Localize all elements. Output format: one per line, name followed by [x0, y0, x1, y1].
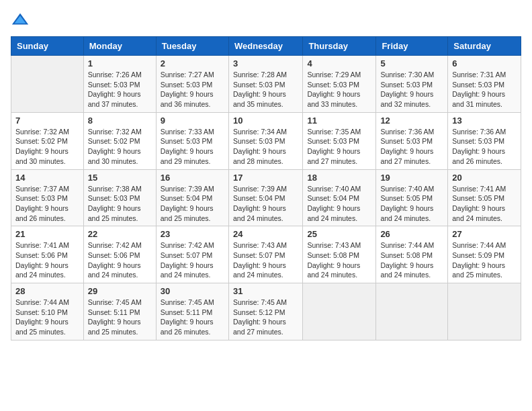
day-cell: 14Sunrise: 7:37 AMSunset: 5:03 PMDayligh… [11, 169, 84, 226]
cell-content: Sunrise: 7:38 AMSunset: 5:03 PMDaylight:… [88, 184, 152, 224]
week-row-4: 21Sunrise: 7:41 AMSunset: 5:06 PMDayligh… [11, 226, 521, 283]
daylight-text: Daylight: 9 hours and 24 minutes. [380, 204, 433, 222]
sunset-text: Sunset: 5:02 PM [15, 137, 68, 145]
cell-content: Sunrise: 7:44 AMSunset: 5:10 PMDaylight:… [15, 298, 79, 337]
cell-content: Sunrise: 7:45 AMSunset: 5:11 PMDaylight:… [88, 298, 152, 337]
sunrise-text: Sunrise: 7:43 AM [233, 241, 287, 249]
day-cell: 6Sunrise: 7:31 AMSunset: 5:03 PMDaylight… [448, 56, 521, 113]
sunrise-text: Sunrise: 7:27 AM [161, 71, 214, 79]
day-number: 21 [15, 229, 79, 239]
day-number: 20 [452, 173, 517, 183]
cell-content: Sunrise: 7:35 AMSunset: 5:03 PMDaylight:… [307, 127, 371, 167]
day-cell: 30Sunrise: 7:45 AMSunset: 5:11 PMDayligh… [156, 283, 228, 340]
cell-content: Sunrise: 7:36 AMSunset: 5:03 PMDaylight:… [380, 127, 443, 167]
weekday-row: SundayMondayTuesdayWednesdayThursdayFrid… [11, 37, 521, 56]
weekday-header-wednesday: Wednesday [228, 37, 302, 56]
sunset-text: Sunset: 5:06 PM [15, 251, 68, 259]
sunrise-text: Sunrise: 7:35 AM [307, 128, 361, 136]
day-number: 2 [161, 58, 224, 68]
sunrise-text: Sunrise: 7:26 AM [88, 71, 142, 79]
daylight-text: Daylight: 9 hours and 24 minutes. [161, 261, 214, 279]
day-number: 28 [15, 286, 79, 296]
sunset-text: Sunset: 5:03 PM [307, 81, 359, 89]
day-cell: 18Sunrise: 7:40 AMSunset: 5:04 PMDayligh… [303, 169, 376, 226]
day-number: 27 [452, 229, 517, 239]
weekday-header-friday: Friday [376, 37, 448, 56]
day-number: 31 [233, 286, 298, 296]
calendar-table: SundayMondayTuesdayWednesdayThursdayFrid… [11, 36, 521, 340]
sunset-text: Sunset: 5:09 PM [452, 251, 504, 259]
daylight-text: Daylight: 9 hours and 30 minutes. [15, 147, 69, 165]
cell-content: Sunrise: 7:26 AMSunset: 5:03 PMDaylight:… [88, 70, 152, 109]
day-cell [303, 283, 376, 340]
day-cell: 22Sunrise: 7:42 AMSunset: 5:06 PMDayligh… [83, 226, 156, 283]
cell-content: Sunrise: 7:39 AMSunset: 5:04 PMDaylight:… [233, 184, 298, 224]
sunset-text: Sunset: 5:05 PM [380, 194, 433, 202]
sunset-text: Sunset: 5:03 PM [161, 81, 213, 89]
sunset-text: Sunset: 5:03 PM [88, 194, 140, 202]
daylight-text: Daylight: 9 hours and 28 minutes. [233, 147, 286, 165]
day-cell: 23Sunrise: 7:42 AMSunset: 5:07 PMDayligh… [156, 226, 228, 283]
day-cell: 15Sunrise: 7:38 AMSunset: 5:03 PMDayligh… [83, 169, 156, 226]
cell-content: Sunrise: 7:29 AMSunset: 5:03 PMDaylight:… [307, 70, 371, 109]
sunset-text: Sunset: 5:03 PM [233, 81, 285, 89]
day-cell: 17Sunrise: 7:39 AMSunset: 5:04 PMDayligh… [228, 169, 302, 226]
daylight-text: Daylight: 9 hours and 25 minutes. [452, 261, 505, 279]
day-number: 17 [233, 173, 298, 183]
day-number: 1 [88, 58, 152, 68]
day-number: 19 [380, 173, 443, 183]
cell-content: Sunrise: 7:41 AMSunset: 5:05 PMDaylight:… [452, 184, 517, 224]
sunset-text: Sunset: 5:03 PM [380, 137, 433, 145]
weekday-header-saturday: Saturday [448, 37, 521, 56]
sunrise-text: Sunrise: 7:44 AM [380, 241, 434, 249]
cell-content: Sunrise: 7:30 AMSunset: 5:03 PMDaylight:… [380, 70, 443, 109]
sunset-text: Sunset: 5:02 PM [88, 137, 140, 145]
day-cell: 26Sunrise: 7:44 AMSunset: 5:08 PMDayligh… [376, 226, 448, 283]
sunrise-text: Sunrise: 7:29 AM [307, 71, 361, 79]
daylight-text: Daylight: 9 hours and 25 minutes. [161, 204, 214, 222]
sunset-text: Sunset: 5:12 PM [233, 308, 285, 316]
day-number: 12 [380, 116, 443, 126]
cell-content: Sunrise: 7:40 AMSunset: 5:05 PMDaylight:… [380, 184, 443, 224]
cell-content: Sunrise: 7:40 AMSunset: 5:04 PMDaylight:… [307, 184, 371, 224]
day-number: 22 [88, 229, 152, 239]
day-number: 26 [380, 229, 443, 239]
sunrise-text: Sunrise: 7:32 AM [15, 128, 69, 136]
day-number: 15 [88, 173, 152, 183]
logo-icon [11, 11, 30, 30]
sunset-text: Sunset: 5:10 PM [15, 308, 68, 316]
cell-content: Sunrise: 7:27 AMSunset: 5:03 PMDaylight:… [161, 70, 224, 109]
day-number: 24 [233, 229, 298, 239]
sunrise-text: Sunrise: 7:34 AM [233, 128, 287, 136]
daylight-text: Daylight: 9 hours and 27 minutes. [380, 147, 433, 165]
daylight-text: Daylight: 9 hours and 26 minutes. [15, 204, 69, 222]
daylight-text: Daylight: 9 hours and 26 minutes. [452, 147, 505, 165]
sunset-text: Sunset: 5:03 PM [380, 81, 433, 89]
week-row-2: 7Sunrise: 7:32 AMSunset: 5:02 PMDaylight… [11, 112, 521, 169]
day-number: 29 [88, 286, 152, 296]
cell-content: Sunrise: 7:44 AMSunset: 5:08 PMDaylight:… [380, 240, 443, 280]
sunrise-text: Sunrise: 7:45 AM [88, 298, 142, 306]
sunrise-text: Sunrise: 7:45 AM [233, 298, 287, 306]
weekday-header-monday: Monday [83, 37, 156, 56]
cell-content: Sunrise: 7:37 AMSunset: 5:03 PMDaylight:… [15, 184, 79, 224]
sunrise-text: Sunrise: 7:38 AM [88, 185, 142, 193]
sunrise-text: Sunrise: 7:42 AM [161, 241, 214, 249]
sunset-text: Sunset: 5:03 PM [15, 194, 68, 202]
day-number: 18 [307, 173, 371, 183]
daylight-text: Daylight: 9 hours and 35 minutes. [233, 90, 286, 108]
day-number: 9 [161, 116, 224, 126]
daylight-text: Daylight: 9 hours and 27 minutes. [307, 147, 360, 165]
sunset-text: Sunset: 5:03 PM [233, 137, 285, 145]
week-row-1: 1Sunrise: 7:26 AMSunset: 5:03 PMDaylight… [11, 56, 521, 113]
weekday-header-tuesday: Tuesday [156, 37, 228, 56]
sunrise-text: Sunrise: 7:28 AM [233, 71, 287, 79]
day-cell [376, 283, 448, 340]
day-cell: 16Sunrise: 7:39 AMSunset: 5:04 PMDayligh… [156, 169, 228, 226]
sunset-text: Sunset: 5:08 PM [307, 251, 359, 259]
cell-content: Sunrise: 7:42 AMSunset: 5:06 PMDaylight:… [88, 240, 152, 280]
day-number: 30 [161, 286, 224, 296]
daylight-text: Daylight: 9 hours and 24 minutes. [233, 261, 286, 279]
cell-content: Sunrise: 7:41 AMSunset: 5:06 PMDaylight:… [15, 240, 79, 280]
weekday-header-sunday: Sunday [11, 37, 84, 56]
